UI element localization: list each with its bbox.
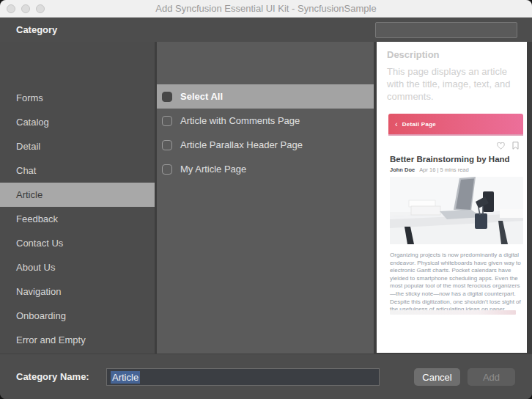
article-parallax-header-checkbox[interactable]	[162, 140, 172, 150]
preview-action-icons	[497, 142, 519, 150]
sidebar-item-chat[interactable]: Chat	[0, 158, 155, 183]
select-all-checkbox[interactable]	[162, 92, 172, 102]
article-photo	[390, 177, 523, 244]
page-row-label: Select All	[180, 91, 223, 102]
sidebar-item-article[interactable]: Article	[0, 183, 155, 207]
page-list-panel: Select All Article with Comments Page Ar…	[157, 42, 374, 354]
preview-author: John Doe	[390, 166, 415, 173]
dialog-content: Forms Catalog Detail Chat Article Feedba…	[0, 42, 532, 354]
page-row-article-parallax-header[interactable]: Article Parallax Header Page	[157, 133, 374, 157]
preview-next-section-fade	[390, 310, 516, 315]
sidebar-item-navigation[interactable]: Navigation	[0, 279, 155, 304]
preview-nav-title: Detail Page	[402, 121, 436, 128]
description-heading: Description	[387, 49, 440, 60]
page-row-label: My Article Page	[180, 164, 246, 175]
preview-article-title: Better Brainstorming by Hand	[390, 155, 510, 164]
sidebar-item-feedback[interactable]: Feedback	[0, 207, 155, 231]
sidebar-item-error-and-empty[interactable]: Error and Empty	[0, 328, 155, 352]
preview-body-text: Organizing projects is now predominantly…	[390, 252, 522, 314]
sidebar-item-forms[interactable]: Forms	[0, 86, 155, 110]
page-row-label: Article with Comments Page	[180, 115, 300, 126]
heart-icon	[497, 142, 505, 150]
description-text: This page displays an article with the t…	[387, 65, 519, 103]
back-chevron-icon: ‹	[395, 120, 398, 128]
sidebar-item-contact-us[interactable]: Contact Us	[0, 231, 155, 255]
page-row-my-article[interactable]: My Article Page	[157, 157, 374, 181]
description-panel: Description This page displays an articl…	[377, 42, 527, 353]
add-button[interactable]: Add	[468, 368, 515, 386]
title-bar: Add Syncfusion Essential UI Kit - Syncfu…	[0, 0, 532, 18]
category-name-label: Category Name:	[16, 354, 89, 399]
window-title: Add Syncfusion Essential UI Kit - Syncfu…	[0, 0, 532, 18]
dialog-header: Category	[0, 18, 532, 42]
sidebar-item-catalog[interactable]: Catalog	[0, 110, 155, 134]
my-article-checkbox[interactable]	[162, 164, 172, 175]
page-row-label: Article Parallax Header Page	[180, 139, 303, 150]
dialog-window: Add Syncfusion Essential UI Kit - Syncfu…	[0, 0, 532, 399]
dialog-footer: Category Name: Article Cancel Add	[0, 354, 532, 399]
category-name-input[interactable]: Article	[106, 368, 380, 386]
bookmark-icon	[512, 142, 519, 150]
page-preview-card: ‹ Detail Page Better Brainstorming by Ha…	[388, 114, 523, 319]
desk-scene-illustration	[390, 177, 523, 244]
page-row-article-with-comments[interactable]: Article with Comments Page	[157, 109, 374, 133]
article-with-comments-checkbox[interactable]	[162, 116, 172, 126]
preview-navbar: ‹ Detail Page	[388, 114, 523, 134]
preview-byline: John Doe Apr 16 | 5 mins read	[390, 166, 469, 173]
sidebar-item-detail[interactable]: Detail	[0, 134, 155, 158]
preview-meta: Apr 16 | 5 mins read	[419, 166, 468, 173]
sidebar-item-onboarding[interactable]: Onboarding	[0, 304, 155, 328]
cancel-button[interactable]: Cancel	[414, 368, 460, 386]
category-heading: Category	[16, 18, 57, 42]
selected-text: Article	[111, 371, 140, 384]
sidebar-item-about-us[interactable]: About Us	[0, 255, 155, 279]
search-input[interactable]	[375, 22, 517, 38]
category-sidebar: Forms Catalog Detail Chat Article Feedba…	[0, 42, 155, 354]
page-row-select-all[interactable]: Select All	[157, 84, 374, 109]
